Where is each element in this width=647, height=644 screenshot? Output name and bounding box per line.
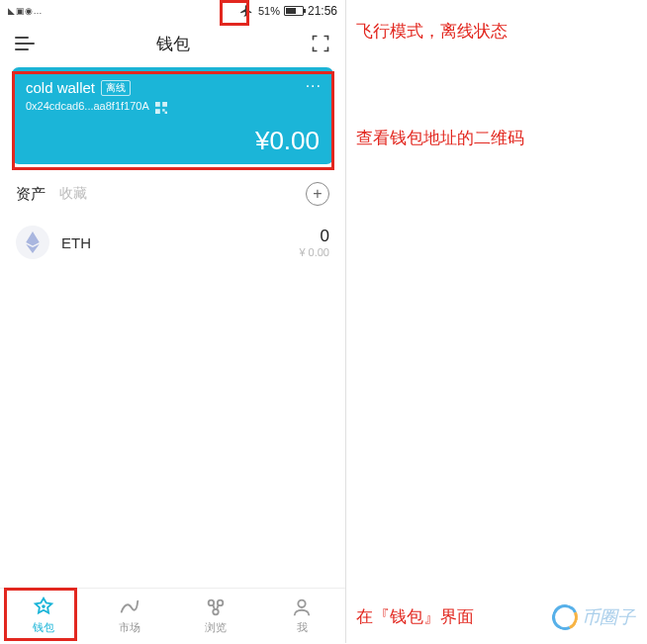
wallet-address: 0x24cdcad6...aa8f1f170A	[26, 100, 149, 112]
annotation-tab: 在『钱包』界面	[356, 605, 474, 628]
wallet-balance: ¥0.00	[255, 126, 320, 156]
tab-browser-label: 浏览	[205, 620, 227, 635]
qr-icon[interactable]	[155, 100, 167, 112]
svg-rect-0	[155, 102, 160, 107]
offline-badge: 离线	[101, 80, 131, 96]
tab-me-label: 我	[297, 620, 308, 635]
assets-header: 资产 收藏 +	[0, 164, 345, 214]
wallet-tab-icon	[33, 597, 54, 618]
battery-percent: 51%	[258, 5, 280, 17]
svg-point-9	[299, 600, 306, 607]
status-right: 51% 21:56	[238, 3, 337, 19]
asset-row-eth[interactable]: ETH 0 ¥ 0.00	[0, 214, 345, 271]
asset-symbol: ETH	[61, 234, 299, 251]
annotation-airplane: 飞行模式，离线状态	[356, 20, 508, 43]
asset-amount: 0	[299, 227, 329, 246]
market-tab-icon	[119, 597, 140, 618]
scan-icon[interactable]	[310, 33, 331, 54]
svg-rect-1	[162, 102, 167, 107]
svg-point-8	[213, 609, 219, 615]
tab-collect[interactable]: 收藏	[59, 185, 87, 204]
browser-tab-icon	[205, 597, 227, 618]
me-tab-icon	[291, 597, 313, 618]
tab-assets[interactable]: 资产	[16, 185, 46, 204]
wallet-name: cold wallet	[26, 79, 95, 96]
tab-bar: 钱包 市场 浏览 我	[0, 588, 345, 643]
wallet-card-wrap: cold wallet 离线 ··· 0x24cdcad6...aa8f1f17…	[0, 65, 345, 164]
wallet-more-icon[interactable]: ···	[306, 77, 322, 95]
status-left: ◣ ▣ ◉ …	[8, 6, 42, 16]
eth-icon	[16, 226, 49, 259]
airplane-icon	[238, 3, 254, 19]
status-time: 21:56	[308, 4, 337, 18]
tab-browser[interactable]: 浏览	[173, 589, 259, 643]
status-misc-icons: ◣ ▣ ◉ …	[8, 6, 42, 16]
watermark-icon	[548, 600, 581, 633]
page-title: 钱包	[156, 33, 190, 55]
wallet-card[interactable]: cold wallet 离线 ··· 0x24cdcad6...aa8f1f17…	[12, 67, 333, 164]
status-bar: ◣ ▣ ◉ … 51% 21:56	[0, 0, 345, 22]
watermark-text: 币圈子	[582, 605, 635, 629]
svg-rect-2	[155, 109, 160, 114]
asset-fiat: ¥ 0.00	[299, 246, 329, 258]
svg-point-5	[42, 604, 46, 608]
phone-screen: ◣ ▣ ◉ … 51% 21:56 钱包 cold wallet 离线 ···	[0, 0, 346, 643]
tab-wallet[interactable]: 钱包	[0, 589, 86, 643]
watermark: 币圈子	[552, 604, 635, 630]
battery-icon	[284, 6, 304, 16]
tab-me[interactable]: 我	[259, 589, 345, 643]
annotation-qr: 查看钱包地址的二维码	[356, 127, 524, 149]
add-asset-button[interactable]: +	[306, 182, 329, 206]
tab-market-label: 市场	[119, 620, 140, 635]
svg-rect-3	[162, 109, 164, 111]
svg-rect-4	[164, 112, 166, 114]
tab-market[interactable]: 市场	[86, 589, 172, 643]
top-nav: 钱包	[0, 22, 345, 65]
menu-icon[interactable]	[14, 33, 36, 54]
tab-wallet-label: 钱包	[33, 620, 54, 635]
